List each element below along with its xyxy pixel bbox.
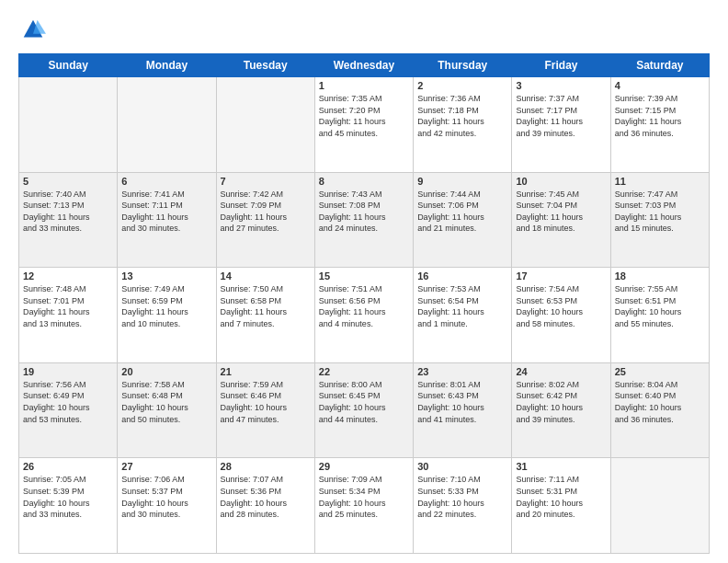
page: SundayMondayTuesdayWednesdayThursdayFrid… bbox=[0, 0, 728, 563]
logo-icon bbox=[20, 17, 46, 42]
cell-info: Sunrise: 8:01 AM Sunset: 6:43 PM Dayligh… bbox=[417, 379, 507, 425]
weekday-header-wednesday: Wednesday bbox=[314, 54, 413, 77]
cell-info: Sunrise: 7:48 AM Sunset: 7:01 PM Dayligh… bbox=[23, 283, 113, 329]
calendar-cell: 13Sunrise: 7:49 AM Sunset: 6:59 PM Dayli… bbox=[118, 268, 216, 363]
calendar-cell: 30Sunrise: 7:10 AM Sunset: 5:33 PM Dayli… bbox=[414, 458, 512, 554]
calendar-cell: 8Sunrise: 7:43 AM Sunset: 7:08 PM Daylig… bbox=[314, 172, 413, 268]
cell-info: Sunrise: 7:10 AM Sunset: 5:33 PM Dayligh… bbox=[417, 474, 507, 520]
calendar-cell: 23Sunrise: 8:01 AM Sunset: 6:43 PM Dayli… bbox=[414, 362, 512, 458]
weekday-header-sunday: Sunday bbox=[19, 54, 118, 77]
calendar-cell: 2Sunrise: 7:36 AM Sunset: 7:18 PM Daylig… bbox=[414, 77, 512, 173]
calendar-cell: 9Sunrise: 7:44 AM Sunset: 7:06 PM Daylig… bbox=[414, 172, 512, 268]
calendar-cell: 12Sunrise: 7:48 AM Sunset: 7:01 PM Dayli… bbox=[19, 268, 118, 363]
calendar-table: SundayMondayTuesdayWednesdayThursdayFrid… bbox=[18, 53, 710, 554]
cell-info: Sunrise: 7:39 AM Sunset: 7:15 PM Dayligh… bbox=[615, 93, 705, 139]
calendar-week-row: 12Sunrise: 7:48 AM Sunset: 7:01 PM Dayli… bbox=[19, 268, 710, 363]
day-number: 4 bbox=[615, 80, 705, 91]
weekday-header-row: SundayMondayTuesdayWednesdayThursdayFrid… bbox=[19, 54, 710, 77]
day-number: 24 bbox=[516, 366, 606, 377]
calendar-cell: 11Sunrise: 7:47 AM Sunset: 7:03 PM Dayli… bbox=[610, 172, 709, 268]
day-number: 6 bbox=[121, 176, 211, 187]
calendar-week-row: 1Sunrise: 7:35 AM Sunset: 7:20 PM Daylig… bbox=[19, 77, 710, 173]
calendar-cell: 15Sunrise: 7:51 AM Sunset: 6:56 PM Dayli… bbox=[314, 268, 413, 363]
cell-info: Sunrise: 7:06 AM Sunset: 5:37 PM Dayligh… bbox=[121, 474, 211, 520]
cell-info: Sunrise: 7:50 AM Sunset: 6:58 PM Dayligh… bbox=[221, 283, 311, 329]
cell-info: Sunrise: 7:07 AM Sunset: 5:36 PM Dayligh… bbox=[221, 474, 311, 520]
day-number: 18 bbox=[615, 270, 705, 282]
cell-info: Sunrise: 7:05 AM Sunset: 5:39 PM Dayligh… bbox=[23, 474, 113, 520]
cell-info: Sunrise: 8:04 AM Sunset: 6:40 PM Dayligh… bbox=[615, 379, 705, 425]
day-number: 27 bbox=[121, 461, 211, 472]
cell-info: Sunrise: 7:11 AM Sunset: 5:31 PM Dayligh… bbox=[516, 474, 606, 520]
day-number: 11 bbox=[615, 176, 705, 187]
day-number: 14 bbox=[221, 270, 311, 282]
calendar-cell: 31Sunrise: 7:11 AM Sunset: 5:31 PM Dayli… bbox=[512, 458, 610, 554]
calendar-cell: 4Sunrise: 7:39 AM Sunset: 7:15 PM Daylig… bbox=[610, 77, 709, 173]
calendar-week-row: 5Sunrise: 7:40 AM Sunset: 7:13 PM Daylig… bbox=[19, 172, 710, 268]
cell-info: Sunrise: 7:44 AM Sunset: 7:06 PM Dayligh… bbox=[417, 189, 507, 235]
calendar-cell: 3Sunrise: 7:37 AM Sunset: 7:17 PM Daylig… bbox=[512, 77, 610, 173]
calendar-cell: 1Sunrise: 7:35 AM Sunset: 7:20 PM Daylig… bbox=[314, 77, 413, 173]
cell-info: Sunrise: 7:09 AM Sunset: 5:34 PM Dayligh… bbox=[319, 474, 409, 520]
calendar-cell bbox=[216, 77, 314, 173]
day-number: 19 bbox=[23, 366, 113, 377]
day-number: 17 bbox=[516, 270, 606, 282]
calendar-cell bbox=[19, 77, 118, 173]
day-number: 21 bbox=[221, 366, 311, 377]
cell-info: Sunrise: 7:53 AM Sunset: 6:54 PM Dayligh… bbox=[417, 283, 507, 329]
day-number: 29 bbox=[319, 461, 409, 472]
cell-info: Sunrise: 7:56 AM Sunset: 6:49 PM Dayligh… bbox=[23, 379, 113, 425]
cell-info: Sunrise: 7:42 AM Sunset: 7:09 PM Dayligh… bbox=[221, 189, 311, 235]
calendar-cell: 18Sunrise: 7:55 AM Sunset: 6:51 PM Dayli… bbox=[610, 268, 709, 363]
day-number: 7 bbox=[221, 176, 311, 187]
cell-info: Sunrise: 7:41 AM Sunset: 7:11 PM Dayligh… bbox=[121, 189, 211, 235]
weekday-header-monday: Monday bbox=[118, 54, 216, 77]
weekday-header-tuesday: Tuesday bbox=[216, 54, 314, 77]
cell-info: Sunrise: 7:51 AM Sunset: 6:56 PM Dayligh… bbox=[319, 283, 409, 329]
calendar-cell: 17Sunrise: 7:54 AM Sunset: 6:53 PM Dayli… bbox=[512, 268, 610, 363]
header bbox=[18, 17, 710, 46]
weekday-header-saturday: Saturday bbox=[610, 54, 709, 77]
cell-info: Sunrise: 8:02 AM Sunset: 6:42 PM Dayligh… bbox=[516, 379, 606, 425]
day-number: 3 bbox=[516, 80, 606, 91]
day-number: 8 bbox=[319, 176, 409, 187]
day-number: 16 bbox=[417, 270, 507, 282]
calendar-cell: 21Sunrise: 7:59 AM Sunset: 6:46 PM Dayli… bbox=[216, 362, 314, 458]
day-number: 22 bbox=[319, 366, 409, 377]
cell-info: Sunrise: 7:47 AM Sunset: 7:03 PM Dayligh… bbox=[615, 189, 705, 235]
cell-info: Sunrise: 7:49 AM Sunset: 6:59 PM Dayligh… bbox=[121, 283, 211, 329]
day-number: 12 bbox=[23, 270, 113, 282]
calendar-cell: 22Sunrise: 8:00 AM Sunset: 6:45 PM Dayli… bbox=[314, 362, 413, 458]
day-number: 31 bbox=[516, 461, 606, 472]
day-number: 28 bbox=[221, 461, 311, 472]
calendar-cell: 5Sunrise: 7:40 AM Sunset: 7:13 PM Daylig… bbox=[19, 172, 118, 268]
calendar-cell: 28Sunrise: 7:07 AM Sunset: 5:36 PM Dayli… bbox=[216, 458, 314, 554]
day-number: 2 bbox=[417, 80, 507, 91]
logo bbox=[18, 17, 50, 46]
cell-info: Sunrise: 7:58 AM Sunset: 6:48 PM Dayligh… bbox=[121, 379, 211, 425]
calendar-week-row: 26Sunrise: 7:05 AM Sunset: 5:39 PM Dayli… bbox=[19, 458, 710, 554]
calendar-week-row: 19Sunrise: 7:56 AM Sunset: 6:49 PM Dayli… bbox=[19, 362, 710, 458]
day-number: 1 bbox=[319, 80, 409, 91]
day-number: 13 bbox=[121, 270, 211, 282]
calendar-cell: 16Sunrise: 7:53 AM Sunset: 6:54 PM Dayli… bbox=[414, 268, 512, 363]
calendar-cell: 7Sunrise: 7:42 AM Sunset: 7:09 PM Daylig… bbox=[216, 172, 314, 268]
calendar-cell: 19Sunrise: 7:56 AM Sunset: 6:49 PM Dayli… bbox=[19, 362, 118, 458]
weekday-header-thursday: Thursday bbox=[414, 54, 512, 77]
day-number: 23 bbox=[417, 366, 507, 377]
calendar-cell: 6Sunrise: 7:41 AM Sunset: 7:11 PM Daylig… bbox=[118, 172, 216, 268]
cell-info: Sunrise: 7:37 AM Sunset: 7:17 PM Dayligh… bbox=[516, 93, 606, 139]
cell-info: Sunrise: 7:40 AM Sunset: 7:13 PM Dayligh… bbox=[23, 189, 113, 235]
day-number: 26 bbox=[23, 461, 113, 472]
cell-info: Sunrise: 7:59 AM Sunset: 6:46 PM Dayligh… bbox=[221, 379, 311, 425]
calendar-cell bbox=[118, 77, 216, 173]
cell-info: Sunrise: 7:55 AM Sunset: 6:51 PM Dayligh… bbox=[615, 283, 705, 329]
day-number: 20 bbox=[121, 366, 211, 377]
cell-info: Sunrise: 7:43 AM Sunset: 7:08 PM Dayligh… bbox=[319, 189, 409, 235]
calendar-cell: 14Sunrise: 7:50 AM Sunset: 6:58 PM Dayli… bbox=[216, 268, 314, 363]
calendar-cell: 25Sunrise: 8:04 AM Sunset: 6:40 PM Dayli… bbox=[610, 362, 709, 458]
day-number: 30 bbox=[417, 461, 507, 472]
cell-info: Sunrise: 7:36 AM Sunset: 7:18 PM Dayligh… bbox=[417, 93, 507, 139]
calendar-cell: 26Sunrise: 7:05 AM Sunset: 5:39 PM Dayli… bbox=[19, 458, 118, 554]
day-number: 9 bbox=[417, 176, 507, 187]
